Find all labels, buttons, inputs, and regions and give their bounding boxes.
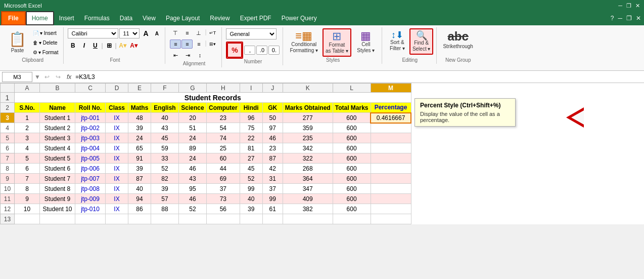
font-size-select[interactable]: 11	[119, 28, 140, 38]
cell-r6-c5[interactable]: 59	[151, 143, 179, 153]
cell-r11-c6[interactable]: 46	[179, 194, 207, 204]
cell-r12-c10[interactable]: 382	[283, 204, 333, 214]
cell-r12-c7[interactable]: 56	[207, 204, 240, 214]
header-cell-6[interactable]: Science	[179, 103, 207, 113]
cell-r8-c9[interactable]: 42	[262, 164, 283, 174]
row-header-2[interactable]: 2	[1, 103, 15, 113]
col-header-l[interactable]: L	[333, 84, 371, 93]
empty-cell-13-7[interactable]	[207, 214, 240, 224]
cell-r4-c12[interactable]	[371, 123, 411, 133]
empty-cell-13-10[interactable]	[283, 214, 333, 224]
menu-expert-pdf[interactable]: Expert PDF	[235, 11, 277, 25]
cell-r10-c0[interactable]: 8	[15, 184, 40, 194]
minimize-btn[interactable]: ─	[618, 3, 622, 9]
cell-r6-c6[interactable]: 89	[179, 143, 207, 153]
cell-r12-c2[interactable]: jtp-010	[75, 204, 106, 214]
empty-cell-13-12[interactable]	[371, 214, 411, 224]
cell-r11-c2[interactable]: jtp-009	[75, 194, 106, 204]
border-btn[interactable]: ⊞	[104, 41, 114, 51]
cell-r11-c7[interactable]: 73	[207, 194, 240, 204]
undo-icon[interactable]: ↩	[42, 73, 52, 81]
cell-r5-c9[interactable]: 46	[262, 133, 283, 143]
empty-cell-13-11[interactable]	[333, 214, 371, 224]
cell-r11-c1[interactable]: Student 9	[40, 194, 75, 204]
header-cell-10[interactable]: Marks Obtained	[283, 103, 333, 113]
cell-r6-c3[interactable]: IX	[106, 143, 128, 153]
cell-r4-c5[interactable]: 43	[151, 123, 179, 133]
header-cell-2[interactable]: Roll No.	[75, 103, 106, 113]
decrease-indent-btn[interactable]: ⇤	[170, 51, 181, 60]
col-header-c[interactable]: C	[75, 84, 106, 93]
cell-r12-c0[interactable]: 10	[15, 204, 40, 214]
cell-r10-c1[interactable]: Student 8	[40, 184, 75, 194]
cell-r5-c11[interactable]: 600	[333, 133, 371, 143]
cell-r12-c3[interactable]: IX	[106, 204, 128, 214]
wrap-text-btn[interactable]: ↵T	[207, 28, 218, 37]
row-header-3[interactable]: 3	[1, 113, 15, 123]
cell-r8-c8[interactable]: 45	[240, 164, 262, 174]
cell-r4-c3[interactable]: IX	[106, 123, 128, 133]
cell-r9-c0[interactable]: 7	[15, 174, 40, 184]
align-right-btn[interactable]: ≡	[193, 39, 204, 49]
window-close-icon[interactable]: ✕	[636, 15, 641, 22]
strikethrough-btn[interactable]: abc Strikethrough	[441, 28, 475, 50]
percent-style-btn[interactable]: %	[227, 43, 242, 58]
text-direction-btn[interactable]: ↕	[194, 51, 205, 60]
empty-cell-13-2[interactable]	[75, 214, 106, 224]
cell-r5-c12[interactable]	[371, 133, 411, 143]
col-header-f[interactable]: F	[151, 84, 179, 93]
cell-r9-c11[interactable]: 600	[333, 174, 371, 184]
menu-file[interactable]: File	[1, 11, 26, 25]
cell-r10-c6[interactable]: 95	[179, 184, 207, 194]
cell-r9-c9[interactable]: 31	[262, 174, 283, 184]
menu-view[interactable]: View	[137, 11, 161, 25]
cell-reference-box[interactable]	[2, 72, 32, 82]
help-icon[interactable]: ?	[611, 15, 614, 22]
window-restore-icon[interactable]: ❐	[626, 15, 632, 22]
cell-r6-c4[interactable]: 65	[128, 143, 151, 153]
cell-r4-c1[interactable]: Student 2	[40, 123, 75, 133]
cell-r9-c12[interactable]	[371, 174, 411, 184]
menu-page-layout[interactable]: Page Layout	[161, 11, 205, 25]
cell-r3-c12[interactable]: 0.4616667	[371, 113, 411, 123]
conditional-formatting-btn[interactable]: ≡▦ ConditionalFormatting ▾	[287, 28, 320, 56]
cell-r12-c11[interactable]: 600	[333, 204, 371, 214]
find-select-btn[interactable]: 🔍 Find &Select ▾	[409, 28, 434, 55]
underline-btn[interactable]: U	[90, 41, 100, 51]
cell-r9-c6[interactable]: 43	[179, 174, 207, 184]
merge-btn[interactable]: ⊞▾	[207, 39, 218, 49]
cell-r5-c5[interactable]: 45	[151, 133, 179, 143]
header-cell-12[interactable]: Percentage	[371, 103, 411, 113]
font-family-select[interactable]: Calibri	[68, 28, 118, 38]
cell-r8-c2[interactable]: jtp-006	[75, 164, 106, 174]
header-cell-11[interactable]: Total Marks	[333, 103, 371, 113]
align-left-btn[interactable]: ≡	[170, 39, 181, 49]
cell-r12-c4[interactable]: 86	[128, 204, 151, 214]
insert-btn[interactable]: 📄 ▾ Insert	[31, 28, 60, 37]
cell-r4-c0[interactable]: 2	[15, 123, 40, 133]
cell-r7-c8[interactable]: 27	[240, 153, 262, 164]
cell-r4-c6[interactable]: 51	[179, 123, 207, 133]
header-cell-7[interactable]: Computer	[207, 103, 240, 113]
row-header-1[interactable]: 1	[1, 93, 15, 103]
cell-r9-c3[interactable]: IX	[106, 174, 128, 184]
cell-r10-c12[interactable]	[371, 184, 411, 194]
cell-r7-c12[interactable]	[371, 153, 411, 164]
row-header-11[interactable]: 11	[1, 194, 15, 204]
cell-r6-c0[interactable]: 4	[15, 143, 40, 153]
menu-power-query[interactable]: Power Query	[277, 11, 322, 25]
cell-r9-c7[interactable]: 69	[207, 174, 240, 184]
cell-r5-c7[interactable]: 74	[207, 133, 240, 143]
redo-icon[interactable]: ↪	[54, 73, 63, 81]
cell-r3-c0[interactable]: 1	[15, 113, 40, 123]
cell-r7-c2[interactable]: jtp-005	[75, 153, 106, 164]
row-header-8[interactable]: 8	[1, 164, 15, 174]
cell-r6-c11[interactable]: 600	[333, 143, 371, 153]
col-header-d[interactable]: D	[106, 84, 128, 93]
cell-r10-c8[interactable]: 99	[240, 184, 262, 194]
cell-r3-c11[interactable]: 600	[333, 113, 371, 123]
col-header-m[interactable]: M	[371, 84, 411, 93]
empty-cell-13-8[interactable]	[240, 214, 262, 224]
align-bottom-btn[interactable]: ⊥	[193, 28, 204, 37]
cell-r7-c1[interactable]: Student 5	[40, 153, 75, 164]
